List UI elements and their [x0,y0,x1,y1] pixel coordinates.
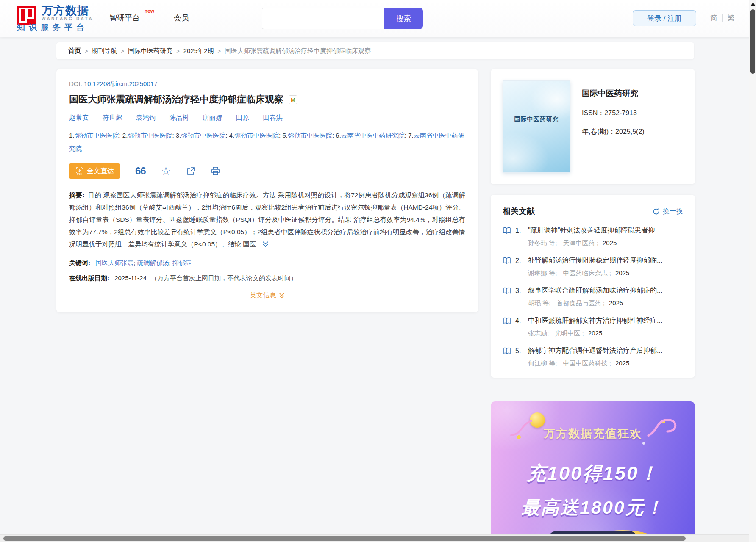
share-icon[interactable] [186,166,195,176]
author-link[interactable]: 陈品树 [169,114,189,121]
affiliation-num: 2. [122,132,128,139]
related-item-link[interactable]: 2. 补肾解郁汤治疗慢阻肺稳定期伴轻度抑郁临... [503,256,683,265]
keyword-link[interactable]: 抑郁症 [172,259,192,266]
book-icon [503,227,512,234]
lang-divider [722,14,723,22]
top-header: 万方数据 WANFANG DATA 知识服务平台 智研平台 new 会员 搜索 … [0,0,756,37]
breadcrumb-separator: > [85,48,88,54]
affiliation-link[interactable]: 弥勒市中医医院 [75,132,119,139]
related-item-link[interactable]: 1. "疏肝调神"针刺法改善轻度抑郁障碍患者抑... [503,226,683,235]
keyword-link[interactable]: 疏调解郁汤 [137,259,169,266]
related-item: 4. 中和医派疏肝解郁安神方治疗抑郁性神经症... 张志励; 光明中医 ; 20… [503,316,683,337]
horizontal-scrollbar-thumb[interactable] [3,536,686,541]
favorite-star-icon[interactable]: ☆ [161,166,171,176]
vertical-scrollbar-thumb[interactable] [750,9,755,74]
scroll-up-arrow[interactable] [750,3,756,6]
related-authors: 孙冬玮 等; [528,239,557,246]
article-title: 国医大师张震疏调解郁汤治疗轻中度抑郁症临床观察 [69,93,284,106]
doi-row: DOI: 10.12208/j.ircm.20250017 [69,80,465,87]
related-title: 相关文献 [503,206,535,217]
related-authors: 谢琳娜 等; [528,269,557,277]
promo-offer-line1: 充100得150！ [491,461,695,486]
book-icon [503,317,512,324]
pubdate-note: （万方平台首次上网日期，不代表论文的发表时间） [151,274,297,282]
keywords-label: 关键词: [69,259,90,266]
article-card: DOI: 10.12208/j.ircm.20250017 国医大师张震疏调解郁… [56,69,478,312]
breadcrumb-journal[interactable]: 国际中医药研究 [128,47,172,55]
author-link[interactable]: 田原 [236,114,249,121]
print-icon[interactable] [211,166,220,176]
related-item-link[interactable]: 4. 中和医派疏肝解郁安神方治疗抑郁性神经症... [503,316,683,325]
related-list: 1. "疏肝调神"针刺法改善轻度抑郁障碍患者抑... 孙冬玮 等; 天津中医药 … [503,226,683,368]
author-list: 赵常安 符世彪 袁鸿钧 陈品树 唐丽娜 田原 田春洪 [69,113,465,122]
volume-label: 年,卷(期)： [582,128,615,135]
issn-value: 2752-7913 [604,109,637,116]
expand-abstract-icon[interactable] [262,239,269,251]
breadcrumb-current: 国医大师张震疏调解郁汤治疗轻中度抑郁症临床观察 [225,47,371,55]
related-year: 2025 [603,239,617,246]
main-nav: 智研平台 new 会员 [109,13,189,23]
login-register-button[interactable]: 登录 / 注册 [633,10,696,26]
abstract: 摘要:目的 观察国医大师张震疏调解郁汤治疗抑郁症的临床疗效。方法 采用随机对照的… [69,189,465,251]
affiliation-list: 1.弥勒市中医医院; 2.弥勒市中医医院; 3.弥勒市中医医院; 4.弥勒市中医… [69,129,465,155]
author-link[interactable]: 赵常安 [69,114,89,121]
book-icon [503,347,512,354]
nav-item-member[interactable]: 会员 [174,13,189,23]
affiliation-link[interactable]: 弥勒市中医医院 [288,132,332,139]
horizontal-scrollbar[interactable] [0,534,749,542]
related-item-link[interactable]: 3. 叙事医学联合疏肝解郁汤加味治疗抑郁症的... [503,286,683,295]
affiliation-link[interactable]: 弥勒市中医医院 [181,132,225,139]
author-link[interactable]: 田春洪 [263,114,283,121]
author-link[interactable]: 符世彪 [103,114,122,121]
keyword-link[interactable]: 国医大师张震 [95,259,133,266]
affiliation-link[interactable]: 云南省中医中药研究院 [341,132,405,139]
citation-icon[interactable]: 66 [135,167,146,175]
breadcrumb-journal-nav[interactable]: 期刊导航 [92,47,117,55]
breadcrumb-home[interactable]: 首页 [68,47,81,55]
search-input[interactable] [262,8,384,29]
promo-title: 万方数据充值狂欢 [491,426,695,441]
vertical-scrollbar[interactable] [749,0,756,542]
english-info-toggle[interactable]: 英文信息 [250,291,285,300]
related-journal: 光明中医 ; [555,329,584,337]
journal-issn-row: ISSN：2752-7913 [582,109,645,118]
affiliation-link[interactable]: 弥勒市中医医院 [234,132,279,139]
new-badge: new [145,8,154,14]
related-journal: 中国中医药科技 ; [563,359,611,367]
issn-label: ISSN： [582,109,604,116]
related-item-link[interactable]: 5. 解郁宁神方配合调任通督针法治疗产后抑郁... [503,346,683,355]
doi-label: DOI: [69,80,82,87]
related-year: 2025 [609,299,623,307]
breadcrumb-issue[interactable]: 2025年2期 [183,47,214,55]
svg-text:free: free [77,172,82,175]
related-journal: 首都食品与医药 ; [557,299,605,307]
medline-badge[interactable]: M [289,95,297,104]
affiliation-num: 5. [282,132,288,139]
journal-cover[interactable]: 国际中医药研究 [503,80,570,173]
fulltext-button[interactable]: free 全文直达 [69,163,120,179]
book-icon [503,287,512,294]
lang-simplified[interactable]: 简 [710,13,717,23]
related-item: 5. 解郁宁神方配合调任通督针法治疗产后抑郁... 何江柳 等; 中国中医药科技… [503,346,683,368]
nav-item-zhiyan[interactable]: 智研平台 new [109,13,140,23]
journal-card: 国际中医药研究 国际中医药研究 ISSN：2752-7913 年,卷(期)：20… [491,69,695,184]
related-item-meta: 孙冬玮 等; 天津中医药 ; 2025 [528,239,683,247]
doi-link[interactable]: 10.12208/j.ircm.20250017 [84,80,157,87]
search-button[interactable]: 搜索 [384,8,423,29]
affiliation-num: 3. [176,132,181,139]
lang-traditional[interactable]: 繁 [727,13,734,23]
author-link[interactable]: 唐丽娜 [203,114,222,121]
english-info-row: 英文信息 [69,291,465,300]
author-link[interactable]: 袁鸿钧 [136,114,156,121]
recharge-promo-banner[interactable]: 万方数据充值狂欢 充100得150！ 最高送1800元！ [491,401,695,542]
affiliation-link[interactable]: 弥勒市中医医院 [128,132,172,139]
related-year: 2025 [615,359,629,367]
pubdate-value: 2025-11-24 [114,274,147,282]
journal-cover-title: 国际中医药研究 [514,116,559,172]
journal-name[interactable]: 国际中医药研究 [582,88,645,99]
related-articles-card: 相关文献 换一换 1. "疏肝调神"针刺法改善轻度抑郁障碍患者抑... 孙冬玮 … [491,195,695,378]
brand-name: 万方数据 [42,5,93,17]
refresh-related-button[interactable]: 换一换 [653,207,683,216]
book-icon [503,257,512,264]
abstract-label: 摘要: [69,191,85,199]
